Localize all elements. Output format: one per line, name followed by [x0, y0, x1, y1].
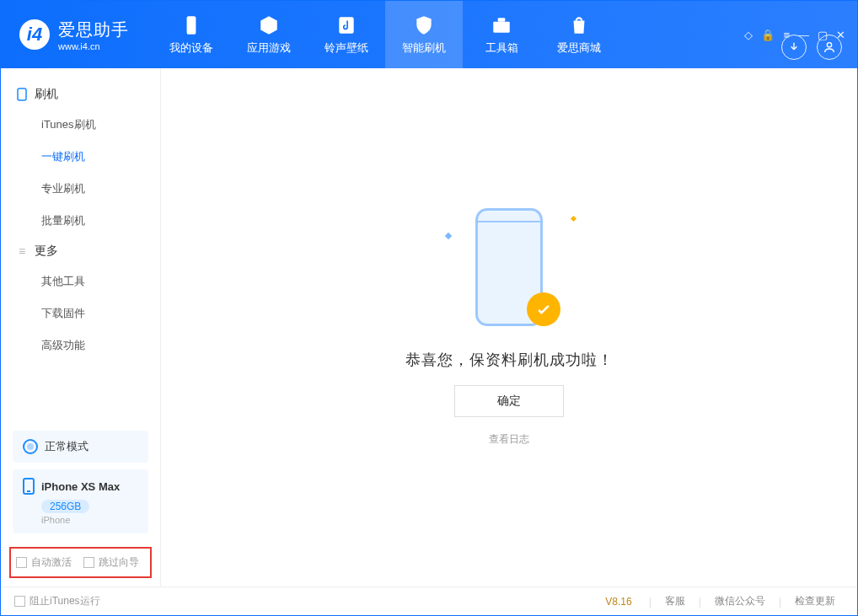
device-icon — [180, 13, 203, 37]
nav-smart-flash[interactable]: 智能刷机 — [385, 1, 463, 68]
main-panel: 恭喜您，保资料刷机成功啦！ 确定 查看日志 — [161, 68, 857, 587]
nav-label: 爱思商城 — [557, 40, 601, 56]
sparkle-icon — [571, 216, 576, 222]
block-itunes-checkbox[interactable]: 阻止iTunes运行 — [14, 594, 100, 608]
sidebar-item-onekey-flash[interactable]: 一键刷机 — [1, 141, 160, 173]
titlebar: i4 爱思助手 www.i4.cn 我的设备 应用游戏 铃声壁纸 智能刷机 — [1, 1, 857, 68]
device-type: iPhone — [41, 515, 138, 525]
svg-rect-2 — [493, 22, 510, 33]
device-name: iPhone XS Max — [41, 480, 120, 493]
success-message: 恭喜您，保资料刷机成功啦！ — [405, 350, 614, 370]
nav-label: 智能刷机 — [402, 40, 446, 56]
svg-rect-1 — [339, 17, 353, 34]
ok-button[interactable]: 确定 — [454, 385, 564, 417]
phone-icon — [16, 88, 28, 100]
svg-rect-0 — [187, 16, 196, 35]
app-name: 爱思助手 — [58, 19, 129, 41]
lock-icon[interactable]: 🔒 — [761, 29, 775, 41]
device-capacity: 256GB — [41, 500, 89, 513]
sidebar-item-other-tools[interactable]: 其他工具 — [1, 265, 160, 297]
svg-rect-5 — [18, 88, 26, 100]
sidebar-item-advanced[interactable]: 高级功能 — [1, 329, 160, 362]
top-nav: 我的设备 应用游戏 铃声壁纸 智能刷机 工具箱 爱思商城 — [153, 1, 618, 68]
nav-store[interactable]: 爱思商城 — [540, 1, 618, 68]
skip-guide-checkbox[interactable]: 跳过向导 — [83, 555, 139, 570]
group-title: 更多 — [35, 244, 58, 259]
toolbox-icon — [490, 13, 513, 37]
success-check-icon — [527, 292, 560, 326]
nav-label: 铃声壁纸 — [324, 40, 368, 56]
bag-icon — [567, 13, 591, 37]
nav-my-device[interactable]: 我的设备 — [153, 1, 230, 68]
mode-label: 正常模式 — [45, 439, 88, 454]
sidebar: 刷机 iTunes刷机 一键刷机 专业刷机 批量刷机 ≡ 更多 其他工具 下载固… — [1, 68, 161, 587]
mode-box[interactable]: 正常模式 — [13, 431, 148, 463]
cube-icon — [257, 13, 281, 37]
list-icon: ≡ — [16, 245, 28, 257]
success-illustration — [463, 208, 555, 335]
logo-icon: i4 — [19, 19, 50, 50]
nav-ringtone-wallpaper[interactable]: 铃声壁纸 — [308, 1, 385, 68]
options-row: 自动激活 跳过向导 — [9, 547, 152, 578]
device-phone-icon — [23, 478, 35, 495]
view-log-link[interactable]: 查看日志 — [489, 432, 529, 447]
nav-label: 应用游戏 — [247, 40, 291, 56]
body: 刷机 iTunes刷机 一键刷机 专业刷机 批量刷机 ≡ 更多 其他工具 下载固… — [1, 68, 857, 587]
logo-text: 爱思助手 www.i4.cn — [58, 19, 129, 51]
shirt-icon[interactable]: ◇ — [744, 29, 753, 41]
nav-apps-games[interactable]: 应用游戏 — [230, 1, 308, 68]
device-card[interactable]: iPhone XS Max 256GB iPhone — [13, 469, 148, 533]
shield-icon — [412, 13, 436, 37]
app-window: i4 爱思助手 www.i4.cn 我的设备 应用游戏 铃声壁纸 智能刷机 — [0, 0, 858, 616]
nav-label: 工具箱 — [485, 40, 518, 56]
mode-icon — [23, 439, 38, 454]
footer: 阻止iTunes运行 V8.16 | 客服 | 微信公众号 | 检查更新 — [1, 587, 857, 615]
music-icon — [335, 13, 358, 37]
app-url: www.i4.cn — [58, 41, 129, 51]
footer-link-wechat[interactable]: 微信公众号 — [706, 594, 774, 608]
auto-activate-checkbox[interactable]: 自动激活 — [16, 555, 72, 570]
nav-toolbox[interactable]: 工具箱 — [463, 1, 540, 68]
logo: i4 爱思助手 www.i4.cn — [1, 19, 144, 51]
svg-rect-3 — [498, 18, 506, 21]
footer-link-support[interactable]: 客服 — [657, 594, 694, 608]
sidebar-group-flash: 刷机 — [1, 80, 160, 109]
sidebar-item-pro-flash[interactable]: 专业刷机 — [1, 173, 160, 205]
sidebar-item-download-firmware[interactable]: 下载固件 — [1, 297, 160, 329]
sidebar-item-batch-flash[interactable]: 批量刷机 — [1, 205, 160, 237]
user-button[interactable] — [817, 35, 842, 60]
sparkle-icon — [445, 233, 452, 239]
group-title: 刷机 — [35, 87, 58, 102]
footer-link-update[interactable]: 检查更新 — [786, 594, 844, 608]
svg-point-4 — [827, 43, 831, 47]
version-label: V8.16 — [605, 596, 631, 608]
sidebar-item-itunes-flash[interactable]: iTunes刷机 — [1, 109, 160, 141]
nav-label: 我的设备 — [169, 40, 213, 56]
download-button[interactable] — [781, 35, 807, 60]
sidebar-group-more: ≡ 更多 — [1, 237, 160, 265]
